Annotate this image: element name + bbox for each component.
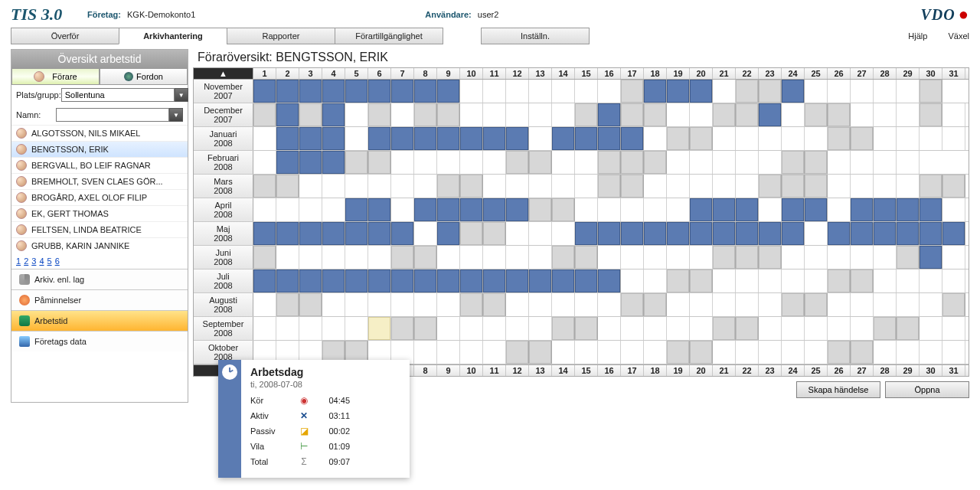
day-cell[interactable] — [851, 80, 874, 103]
day-cell[interactable] — [874, 103, 897, 126]
day-cell[interactable] — [667, 151, 690, 174]
day-cell[interactable] — [322, 175, 345, 198]
day-cell[interactable] — [575, 198, 598, 221]
day-cell[interactable] — [897, 293, 920, 316]
day-cell[interactable] — [414, 246, 437, 269]
day-cell[interactable] — [575, 246, 598, 269]
day-cell[interactable] — [345, 103, 368, 126]
day-cell[interactable] — [942, 175, 965, 198]
day-cell[interactable] — [460, 103, 483, 126]
day-cell[interactable] — [621, 222, 644, 245]
day-cell[interactable] — [483, 198, 506, 221]
driver-row[interactable]: BREMHOLT, SVEN CLAES GÖR... — [11, 173, 188, 189]
day-cell[interactable] — [713, 80, 736, 103]
day-cell[interactable] — [782, 293, 805, 316]
day-cell[interactable] — [552, 293, 575, 316]
day-cell[interactable] — [805, 293, 828, 316]
day-cell[interactable] — [299, 246, 322, 269]
day-cell[interactable] — [942, 293, 965, 316]
day-cell[interactable] — [575, 317, 598, 340]
day-cell[interactable] — [529, 175, 552, 198]
name-dropdown-btn[interactable]: ▼ — [169, 108, 183, 122]
day-cell[interactable] — [529, 222, 552, 245]
day-cell[interactable] — [851, 222, 874, 245]
day-cell[interactable] — [805, 222, 828, 245]
page-link[interactable]: 5 — [47, 256, 52, 266]
day-cell[interactable] — [322, 270, 345, 292]
day-cell[interactable] — [942, 270, 965, 292]
day-cell[interactable] — [460, 246, 483, 269]
day-cell[interactable] — [483, 270, 506, 292]
day-cell[interactable] — [483, 293, 506, 316]
day-cell[interactable] — [874, 293, 897, 316]
day-cell[interactable] — [897, 341, 920, 364]
day-cell[interactable] — [575, 222, 598, 245]
day-cell[interactable] — [782, 222, 805, 245]
day-cell[interactable] — [828, 175, 851, 198]
day-cell[interactable] — [782, 151, 805, 174]
day-cell[interactable] — [391, 270, 414, 292]
day-cell[interactable] — [644, 151, 667, 174]
day-cell[interactable] — [644, 270, 667, 292]
day-cell[interactable] — [575, 270, 598, 292]
day-cell[interactable] — [253, 127, 276, 150]
day-cell[interactable] — [598, 222, 621, 245]
switch-link[interactable]: Växel — [948, 31, 969, 41]
day-cell[interactable] — [690, 80, 713, 103]
btn-foretags-data[interactable]: Företags data — [11, 331, 188, 351]
day-cell[interactable] — [368, 246, 391, 269]
day-cell[interactable] — [621, 293, 644, 316]
day-cell[interactable] — [621, 103, 644, 126]
day-cell[interactable] — [345, 80, 368, 103]
day-cell[interactable] — [920, 270, 942, 292]
day-cell[interactable] — [644, 198, 667, 221]
day-cell[interactable] — [897, 270, 920, 292]
day-cell[interactable] — [759, 103, 782, 126]
day-cell[interactable] — [345, 198, 368, 221]
day-cell[interactable] — [920, 80, 942, 103]
day-cell[interactable] — [253, 293, 276, 316]
day-cell[interactable] — [736, 198, 759, 221]
day-cell[interactable] — [391, 222, 414, 245]
day-cell[interactable] — [644, 317, 667, 340]
day-cell[interactable] — [506, 198, 529, 221]
day-cell[interactable] — [805, 127, 828, 150]
day-cell[interactable] — [759, 246, 782, 269]
day-cell[interactable] — [483, 317, 506, 340]
day-cell[interactable] — [414, 270, 437, 292]
day-cell[interactable] — [506, 127, 529, 150]
day-cell[interactable] — [575, 341, 598, 364]
day-cell[interactable] — [874, 222, 897, 245]
month-header-scroll-up[interactable]: ▲ — [194, 68, 253, 79]
day-cell[interactable] — [920, 293, 942, 316]
day-cell[interactable] — [506, 175, 529, 198]
day-cell[interactable] — [552, 198, 575, 221]
tab-overfor[interactable]: Överför — [11, 28, 119, 44]
day-cell[interactable] — [483, 222, 506, 245]
day-cell[interactable] — [437, 127, 460, 150]
day-cell[interactable] — [414, 198, 437, 221]
day-cell[interactable] — [391, 80, 414, 103]
day-cell[interactable] — [391, 293, 414, 316]
day-cell[interactable] — [828, 80, 851, 103]
day-cell[interactable] — [828, 222, 851, 245]
day-cell[interactable] — [368, 222, 391, 245]
day-cell[interactable] — [391, 103, 414, 126]
day-cell[interactable] — [529, 317, 552, 340]
day-cell[interactable] — [276, 270, 299, 292]
day-cell[interactable] — [299, 80, 322, 103]
day-cell[interactable] — [805, 270, 828, 292]
day-cell[interactable] — [874, 270, 897, 292]
day-cell[interactable] — [759, 293, 782, 316]
day-cell[interactable] — [874, 198, 897, 221]
day-cell[interactable] — [598, 103, 621, 126]
day-cell[interactable] — [391, 175, 414, 198]
day-cell[interactable] — [598, 317, 621, 340]
day-cell[interactable] — [782, 198, 805, 221]
day-cell[interactable] — [391, 127, 414, 150]
tab-installn[interactable]: Inställn. — [481, 28, 590, 44]
day-cell[interactable] — [299, 103, 322, 126]
driver-row[interactable]: FELTSEN, LINDA BEATRICE — [11, 221, 188, 237]
day-cell[interactable] — [690, 175, 713, 198]
day-cell[interactable] — [920, 222, 942, 245]
